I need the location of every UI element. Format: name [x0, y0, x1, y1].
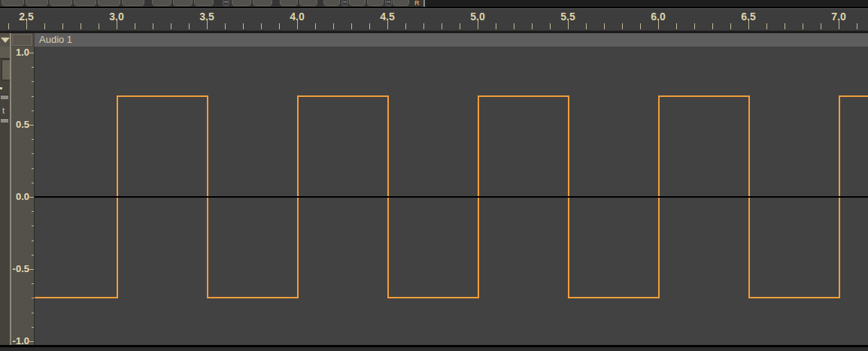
toolbar-button[interactable] [50, 0, 72, 6]
timeline-tick [766, 23, 767, 29]
timeline-tick [460, 23, 460, 29]
timeline-tick [640, 23, 641, 29]
timeline-tick [369, 23, 370, 29]
timeline-tick [532, 23, 533, 29]
timeline-label: 4.5 [380, 11, 394, 23]
toolbar-grip[interactable] [223, 0, 229, 6]
vruler-label: 0.0 [16, 191, 29, 203]
panel-button-fragment [0, 47, 10, 59]
audio-editor-window: R 2.53.03.54.04.55.05.56.06.57.0 Audio 1… [0, 0, 868, 351]
timeline-tick [514, 23, 514, 29]
timeline-tick [712, 23, 713, 29]
track-body: t 1.00.50.0-0.5-1.0 [0, 47, 868, 345]
timeline-tick [261, 23, 262, 29]
timeline-label: 6.0 [651, 11, 665, 23]
timeline-tick [189, 23, 190, 29]
timeline-tick [821, 23, 821, 29]
toolbar-button[interactable] [98, 0, 120, 6]
timeline-tick [442, 23, 442, 29]
timeline-tick [80, 23, 81, 29]
toolbar-button[interactable] [367, 0, 384, 6]
recording-meter-bar[interactable] [423, 0, 868, 7]
timeline-tick [225, 23, 226, 29]
timeline-tick [333, 23, 334, 29]
track-control-panel-sliver[interactable]: t [0, 47, 10, 345]
vruler-header-cell [11, 33, 35, 47]
timeline-label: 3.0 [109, 11, 123, 23]
timeline-tick [315, 23, 316, 29]
timeline-tick [803, 23, 803, 29]
vruler-label: 0.5 [16, 119, 29, 131]
below-track-area [0, 347, 868, 351]
timeline-tick [785, 23, 785, 29]
panel-button-fragment [2, 59, 10, 80]
toolbar-button[interactable] [349, 0, 366, 6]
timeline-tick [351, 23, 352, 29]
timeline-tick [604, 23, 605, 29]
collapse-triangle-icon [1, 38, 10, 43]
clip-title-label: Audio 1 [39, 34, 72, 45]
timeline-tick [135, 23, 135, 29]
toolbar-strip: R [0, 0, 868, 7]
clip-header-row: Audio 1 [0, 33, 868, 47]
timeline-tick [243, 23, 244, 29]
toolbar-button[interactable] [152, 0, 171, 6]
timeline-label: 3.5 [199, 11, 214, 23]
timeline-tick [279, 23, 280, 29]
timeline-label: 4.0 [290, 11, 304, 23]
panel-mark-fragment [0, 87, 2, 89]
timeline-tick [405, 23, 406, 29]
vruler-header-box [12, 34, 32, 46]
toolbar-button[interactable] [74, 0, 96, 6]
waveform-area[interactable] [34, 47, 868, 345]
toolbar-button[interactable] [280, 0, 298, 6]
toolbar-button[interactable] [232, 0, 251, 6]
gain-slider-fragment[interactable] [1, 95, 8, 99]
timeline-tick [62, 23, 63, 29]
toolbar-grip[interactable] [385, 0, 392, 6]
vertical-ruler[interactable]: 1.00.50.0-0.5-1.0 [11, 47, 35, 345]
timeline-tick [586, 23, 587, 29]
toolbar-button[interactable] [2, 0, 24, 6]
timeline-tick [676, 23, 677, 29]
timeline-tick [99, 23, 99, 29]
track-collapse-button[interactable] [0, 33, 11, 47]
zero-amplitude-line [35, 196, 868, 198]
timeline-tick [153, 23, 153, 29]
timeline-tick [857, 23, 857, 29]
toolbar-button[interactable] [299, 0, 317, 6]
timeline-label: 5.0 [470, 11, 484, 23]
vruler-label: -0.5 [13, 263, 29, 275]
toolbar-button[interactable] [253, 0, 272, 6]
meter-channel-label: R [414, 0, 420, 7]
timeline-tick [171, 23, 171, 29]
toolbar-button[interactable] [26, 0, 48, 6]
toolbar-grip[interactable] [341, 0, 348, 6]
timeline-tick [423, 23, 424, 29]
pan-slider-fragment[interactable] [1, 118, 8, 123]
toolbar-button[interactable] [194, 0, 214, 6]
timeline-label: 6.5 [741, 11, 755, 23]
toolbar-button[interactable] [122, 0, 144, 6]
timeline-label: 7.0 [831, 11, 845, 23]
vruler-label: -1.0 [13, 335, 29, 345]
toolbar-button[interactable] [323, 0, 340, 6]
timeline-tick [730, 23, 731, 29]
timeline-label: 2.5 [19, 11, 33, 23]
vruler-label: 1.0 [16, 47, 29, 59]
toolbar-button[interactable] [173, 0, 193, 6]
timeline-tick [550, 23, 551, 29]
panel-text-fragment: t [2, 107, 5, 115]
clip-title-bar[interactable]: Audio 1 [35, 33, 868, 47]
toolbar-button[interactable] [393, 0, 409, 6]
timeline-tick [8, 23, 9, 29]
timeline-tick [694, 23, 695, 29]
timeline-tick [44, 23, 45, 29]
timeline-tick [496, 23, 496, 29]
timeline-tick [622, 23, 623, 29]
timeline-ruler[interactable]: 2.53.03.54.04.55.05.56.06.57.0 [0, 9, 868, 31]
timeline-label: 5.5 [560, 11, 575, 23]
